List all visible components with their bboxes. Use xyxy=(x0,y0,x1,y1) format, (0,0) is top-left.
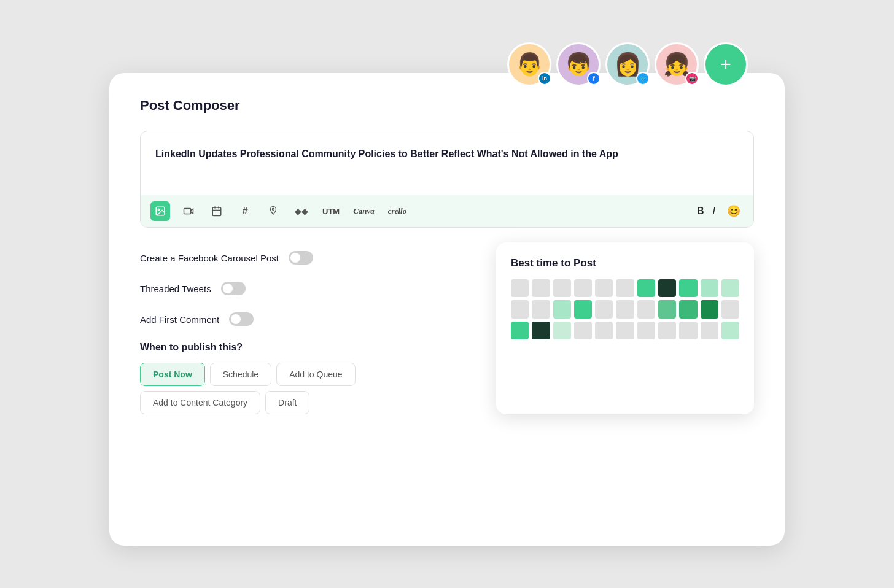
schedule-button[interactable]: Schedule xyxy=(210,363,271,386)
heatmap-cell-1-2 xyxy=(553,300,571,318)
calendar-icon[interactable] xyxy=(207,201,227,221)
text-editor[interactable]: LinkedIn Updates Professional Community … xyxy=(140,131,754,228)
facebook-carousel-label: Create a Facebook Carousel Post xyxy=(140,253,279,263)
publish-buttons: Post Now Schedule Add to Queue Add to Co… xyxy=(140,363,472,414)
heatmap-cell-0-5 xyxy=(616,279,634,297)
plus-icon: + xyxy=(720,55,731,74)
diamond-icon[interactable]: ◆◆ xyxy=(292,201,311,221)
options-section: Create a Facebook Carousel Post Threaded… xyxy=(140,242,472,414)
editor-content[interactable]: LinkedIn Updates Professional Community … xyxy=(155,146,739,195)
facebook-carousel-toggle[interactable] xyxy=(289,251,313,265)
editor-toolbar: # ◆◆ UTM Canva crello B I 😊 xyxy=(141,195,753,227)
italic-button[interactable]: I xyxy=(713,206,715,217)
heatmap-cell-2-0 xyxy=(511,322,529,339)
option-row-first-comment: Add First Comment xyxy=(140,304,472,335)
heatmap-cell-0-10 xyxy=(721,279,739,297)
heatmap-cell-1-7 xyxy=(658,300,676,318)
heatmap-cell-1-4 xyxy=(595,300,613,318)
emoji-button[interactable]: 😊 xyxy=(724,201,744,221)
svg-point-1 xyxy=(158,209,159,210)
bottom-section: Create a Facebook Carousel Post Threaded… xyxy=(140,242,754,414)
draft-button[interactable]: Draft xyxy=(265,391,309,414)
post-now-button[interactable]: Post Now xyxy=(140,363,205,386)
avatars-row: 👨 in 👦 f 👩 🐦 👧 xyxy=(507,42,748,87)
heatmap-cell-1-9 xyxy=(701,300,718,318)
add-to-content-category-button[interactable]: Add to Content Category xyxy=(140,391,260,414)
svg-rect-2 xyxy=(184,209,191,214)
image-icon[interactable] xyxy=(150,201,170,221)
heatmap-cell-2-6 xyxy=(637,322,655,339)
add-account-button[interactable]: + xyxy=(704,42,748,87)
heatmap-cell-2-3 xyxy=(574,322,592,339)
location-icon[interactable] xyxy=(263,201,283,221)
heatmap-cell-1-1 xyxy=(532,300,550,318)
heatmap-cell-0-0 xyxy=(511,279,529,297)
heatmap-cell-1-5 xyxy=(616,300,634,318)
avatar-facebook[interactable]: 👦 f xyxy=(556,42,601,87)
linkedin-badge: in xyxy=(538,72,551,85)
threaded-tweets-toggle[interactable] xyxy=(221,282,246,295)
canva-button[interactable]: Canva xyxy=(351,206,377,216)
heatmap-cell-2-10 xyxy=(721,322,739,339)
heatmap-cell-2-8 xyxy=(679,322,697,339)
heatmap-cell-1-3 xyxy=(574,300,592,318)
svg-point-7 xyxy=(272,208,274,210)
heatmap xyxy=(511,279,739,339)
first-comment-label: Add First Comment xyxy=(140,314,219,325)
video-icon[interactable] xyxy=(179,201,198,221)
first-comment-toggle[interactable] xyxy=(229,312,254,326)
heatmap-cell-0-6 xyxy=(637,279,655,297)
avatar-instagram[interactable]: 👧 📷 xyxy=(655,42,699,87)
svg-rect-3 xyxy=(212,207,221,216)
heatmap-cell-2-4 xyxy=(595,322,613,339)
heatmap-cell-0-1 xyxy=(532,279,550,297)
heatmap-cell-1-0 xyxy=(511,300,529,318)
option-row-facebook-carousel: Create a Facebook Carousel Post xyxy=(140,242,472,273)
main-card: Post Composer LinkedIn Updates Professio… xyxy=(109,73,785,546)
heatmap-cell-1-8 xyxy=(679,300,697,318)
avatar-twitter[interactable]: 👩 🐦 xyxy=(605,42,650,87)
best-time-title: Best time to Post xyxy=(511,257,739,269)
avatar-linkedin[interactable]: 👨 in xyxy=(507,42,551,87)
heatmap-cell-2-2 xyxy=(553,322,571,339)
heatmap-cell-1-6 xyxy=(637,300,655,318)
publish-label: When to publish this? xyxy=(140,342,472,353)
add-to-queue-button[interactable]: Add to Queue xyxy=(276,363,355,386)
twitter-badge: 🐦 xyxy=(636,72,650,85)
heatmap-cell-2-5 xyxy=(616,322,634,339)
heatmap-cell-0-9 xyxy=(701,279,718,297)
heatmap-cell-2-9 xyxy=(701,322,718,339)
hashtag-icon[interactable]: # xyxy=(235,201,255,221)
heatmap-cell-0-4 xyxy=(595,279,613,297)
page-title: Post Composer xyxy=(140,98,754,114)
best-time-card: Best time to Post xyxy=(496,242,754,414)
scene: 👨 in 👦 f 👩 🐦 👧 xyxy=(109,42,785,546)
heatmap-cell-2-7 xyxy=(658,322,676,339)
instagram-badge: 📷 xyxy=(685,72,699,85)
facebook-badge: f xyxy=(587,72,601,85)
heatmap-cell-0-7 xyxy=(658,279,676,297)
heatmap-cell-1-10 xyxy=(721,300,739,318)
threaded-tweets-label: Threaded Tweets xyxy=(140,284,211,294)
heatmap-cell-0-3 xyxy=(574,279,592,297)
crello-button[interactable]: crello xyxy=(386,206,409,216)
utm-button[interactable]: UTM xyxy=(320,207,342,216)
heatmap-cell-0-8 xyxy=(679,279,697,297)
heatmap-cell-0-2 xyxy=(553,279,571,297)
heatmap-cell-2-1 xyxy=(532,322,550,339)
bold-button[interactable]: B xyxy=(697,206,704,217)
option-row-threaded-tweets: Threaded Tweets xyxy=(140,273,472,304)
